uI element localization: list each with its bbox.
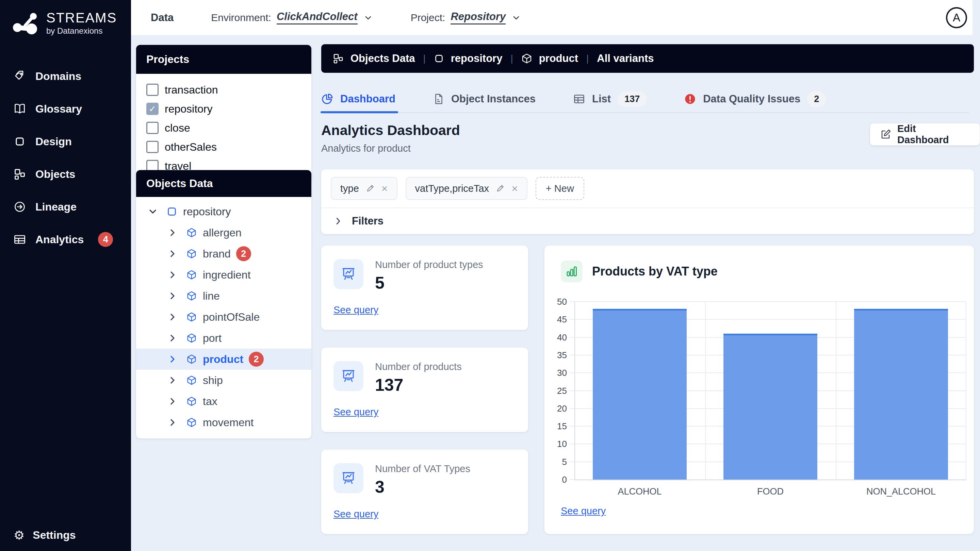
- presentation-chart-icon: [334, 361, 363, 391]
- x-axis-label: NON_ALCOHOL: [836, 486, 966, 497]
- objects-grid-icon: [333, 53, 344, 64]
- chevron-right-icon[interactable]: [167, 227, 178, 238]
- topbar: Data Environment: ClickAndCollect Projec…: [131, 0, 972, 35]
- page-subtitle: Analytics for product: [321, 143, 411, 154]
- avatar[interactable]: A: [946, 7, 967, 28]
- chevron-right-icon[interactable]: [167, 291, 178, 301]
- page-title: Analytics Dashboard: [321, 122, 460, 138]
- chevron-right-icon[interactable]: [167, 396, 178, 407]
- edit-pencil-icon: [880, 129, 891, 140]
- breadcrumb: Objects Data | repository | product | Al…: [321, 44, 974, 73]
- edit-dashboard-button[interactable]: Edit Dashboard: [870, 123, 980, 146]
- tree-row-brand[interactable]: brand 2: [136, 243, 311, 264]
- objects-tree: repository allergen brand 2 ingredient l…: [136, 197, 311, 438]
- sidebar-item-lineage[interactable]: Lineage: [5, 195, 126, 218]
- bar-chart-icon: [561, 260, 582, 282]
- tab-data-quality-issues[interactable]: Data Quality Issues 2: [684, 86, 826, 113]
- cube-icon: [186, 396, 197, 407]
- tree-row-allergen[interactable]: allergen: [136, 222, 311, 243]
- tree-row-tax[interactable]: tax: [136, 391, 311, 412]
- breadcrumb-all-variants[interactable]: All variants: [597, 52, 654, 65]
- project-checkbox-repository[interactable]: repository: [146, 101, 301, 117]
- sidebar-item-design[interactable]: Design: [5, 130, 126, 153]
- kpi-title: Number of products: [375, 361, 462, 372]
- sidebar-item-label: Analytics: [35, 233, 84, 246]
- pencil-icon[interactable]: [496, 184, 504, 193]
- environment-value[interactable]: ClickAndCollect: [277, 11, 358, 24]
- tree-row-line[interactable]: line: [136, 285, 311, 306]
- filter-chips-row: type vatType,priceTax + New: [321, 169, 974, 208]
- breadcrumb-separator: |: [511, 53, 513, 64]
- breadcrumb-product[interactable]: product: [521, 52, 578, 65]
- project-checkbox-transaction[interactable]: transaction: [146, 82, 301, 98]
- brand-name: STREAMS: [46, 10, 117, 25]
- tab-dashboard[interactable]: Dashboard: [321, 86, 395, 113]
- cube-icon: [186, 375, 197, 385]
- chevron-right-icon[interactable]: [167, 249, 178, 259]
- filters-toggle[interactable]: Filters: [321, 208, 974, 234]
- sidebar-item-label: Design: [35, 135, 72, 148]
- tree-row-ship[interactable]: ship: [136, 370, 311, 391]
- chevron-right-icon[interactable]: [167, 333, 178, 343]
- vertical-gridline: [966, 302, 966, 480]
- breadcrumb-repository[interactable]: repository: [434, 52, 503, 65]
- x-axis-label: ALCOHOL: [574, 486, 705, 497]
- tree-row-port[interactable]: port: [136, 327, 311, 349]
- chevron-right-icon[interactable]: [167, 375, 178, 385]
- checkbox[interactable]: [146, 122, 159, 134]
- tree-row-movement[interactable]: movement: [136, 412, 311, 433]
- see-query-link[interactable]: See query: [334, 407, 379, 418]
- checkbox[interactable]: [146, 84, 159, 96]
- breadcrumb-objects-data[interactable]: Objects Data: [333, 52, 415, 65]
- new-filter-chip-button[interactable]: + New: [536, 177, 584, 200]
- sidebar-item-analytics[interactable]: Analytics 4: [5, 228, 126, 251]
- y-axis-tick: 15: [545, 421, 567, 431]
- chevron-right-icon[interactable]: [167, 417, 178, 427]
- square-icon: [14, 135, 26, 148]
- tree-row-repository[interactable]: repository: [136, 201, 311, 222]
- issue-badge: 2: [236, 246, 251, 261]
- project-checkbox-close[interactable]: close: [146, 120, 301, 136]
- kpi-card-products: Number of products 137 See query: [321, 348, 528, 432]
- kpi-value: 5: [375, 273, 483, 293]
- flow-arrow-icon: [14, 201, 26, 213]
- checkbox[interactable]: [146, 141, 159, 153]
- brand-logo: STREAMS by Datanexions: [0, 0, 131, 36]
- sidebar-item-label: Domains: [35, 70, 81, 83]
- tab-list[interactable]: List 137: [573, 86, 646, 113]
- filter-chip-type[interactable]: type: [331, 177, 398, 200]
- tab-object-instances[interactable]: Object Instances: [433, 86, 536, 113]
- chevron-right-icon: [334, 216, 343, 226]
- project-value[interactable]: Repository: [450, 11, 506, 24]
- chevron-right-icon[interactable]: [167, 270, 178, 280]
- pencil-icon[interactable]: [366, 184, 375, 193]
- filter-chip-vattype-pricetax[interactable]: vatType,priceTax: [406, 177, 527, 200]
- x-axis-label: FOOD: [705, 486, 836, 497]
- chevron-down-icon: [363, 13, 373, 23]
- sidebar-item-settings[interactable]: Settings: [14, 529, 76, 541]
- tab-count-badge: 137: [617, 91, 646, 107]
- tree-row-pointofsale[interactable]: pointOfSale: [136, 306, 311, 327]
- cube-icon: [186, 354, 197, 364]
- environment-dropdown[interactable]: Environment: ClickAndCollect: [211, 11, 373, 24]
- close-icon[interactable]: [382, 183, 388, 194]
- tree-row-ingredient[interactable]: ingredient: [136, 264, 311, 285]
- close-icon[interactable]: [511, 183, 518, 194]
- see-query-link[interactable]: See query: [561, 505, 606, 517]
- chart-card: Products by VAT type 0510152025303540455…: [544, 246, 974, 534]
- square-icon: [167, 206, 177, 217]
- sidebar-item-glossary[interactable]: Glossary: [5, 98, 126, 120]
- bar-food: [724, 333, 817, 480]
- checkbox[interactable]: [146, 103, 159, 115]
- tree-row-product[interactable]: product 2: [136, 349, 311, 370]
- sidebar-item-domains[interactable]: Domains: [5, 65, 126, 87]
- project-dropdown[interactable]: Project: Repository: [411, 11, 522, 24]
- project-checkbox-othersales[interactable]: otherSales: [146, 139, 301, 155]
- table-icon: [573, 93, 585, 105]
- chevron-right-icon[interactable]: [167, 312, 178, 322]
- see-query-link[interactable]: See query: [334, 508, 379, 520]
- sidebar-item-objects[interactable]: Objects: [5, 163, 126, 185]
- chevron-right-icon[interactable]: [167, 354, 178, 364]
- see-query-link[interactable]: See query: [334, 305, 379, 316]
- chevron-down-icon[interactable]: [148, 206, 158, 217]
